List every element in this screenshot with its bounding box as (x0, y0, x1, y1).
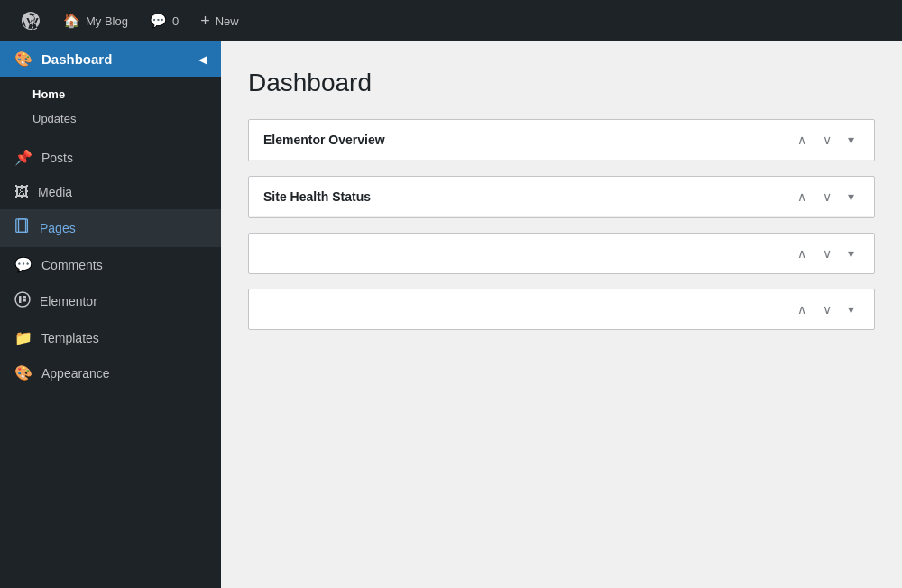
widget-site-health-controls: ∧ ∨ ▾ (792, 188, 860, 206)
widget-4-header: ∧ ∨ ▾ (249, 289, 874, 329)
sidebar-item-updates[interactable]: Updates (0, 106, 221, 131)
widget-site-health-up[interactable]: ∧ (792, 188, 812, 206)
comments-icon: 💬 (150, 13, 167, 29)
sidebar-templates-label: Templates (41, 331, 99, 345)
media-icon: 🖼 (14, 184, 29, 200)
pages-icon (14, 218, 31, 238)
site-name-button[interactable]: 🏠 My Blog (54, 0, 137, 41)
sidebar-item-dashboard[interactable]: 🎨 Dashboard ◀ (0, 41, 221, 77)
sidebar-item-elementor[interactable]: Elementor (0, 282, 221, 320)
sidebar-dashboard-label: Dashboard (41, 51, 112, 67)
main-layout: 🎨 Dashboard ◀ Home Updates 📌 Posts 🖼 Med… (0, 41, 902, 588)
new-content-button[interactable]: + New (191, 0, 248, 41)
sidebar-collapse-arrow: ◀ (198, 53, 207, 66)
site-name-label: My Blog (86, 14, 128, 28)
plus-icon: + (200, 12, 210, 31)
widget-3-up[interactable]: ∧ (792, 244, 812, 262)
widget-4: ∧ ∨ ▾ (248, 289, 875, 330)
comments-button[interactable]: 💬 0 (141, 0, 188, 41)
widget-elementor-overview-header: Elementor Overview ∧ ∨ ▾ (249, 120, 874, 161)
dashboard-icon: 🎨 (14, 51, 32, 68)
sidebar-posts-label: Posts (41, 151, 73, 165)
sidebar-elementor-label: Elementor (40, 294, 97, 308)
comments-count: 0 (172, 14, 179, 28)
sidebar-item-comments[interactable]: 💬 Comments (0, 247, 221, 282)
sidebar-item-appearance[interactable]: 🎨 Appearance (0, 355, 221, 390)
templates-icon: 📁 (14, 329, 32, 346)
widget-site-health-header: Site Health Status ∧ ∨ ▾ (249, 177, 874, 217)
widget-3-down[interactable]: ∨ (817, 244, 837, 262)
sidebar-comments-label: Comments (41, 258, 103, 272)
widget-4-down[interactable]: ∨ (817, 300, 837, 318)
widget-dropdown-button[interactable]: ▾ (842, 131, 860, 149)
sidebar-item-templates[interactable]: 📁 Templates (0, 320, 221, 355)
sidebar: 🎨 Dashboard ◀ Home Updates 📌 Posts 🖼 Med… (0, 41, 221, 588)
sidebar-item-pages[interactable]: Pages (0, 209, 221, 247)
sidebar-pages-wrapper: Pages All Pages Add New (0, 209, 221, 247)
widget-3-controls: ∧ ∨ ▾ (792, 244, 860, 262)
widget-4-up[interactable]: ∧ (792, 300, 812, 318)
sidebar-dashboard-submenu: Home Updates (0, 77, 221, 140)
widget-3-dropdown[interactable]: ▾ (842, 244, 860, 262)
widget-elementor-overview: Elementor Overview ∧ ∨ ▾ (248, 119, 875, 161)
widget-site-health-title: Site Health Status (263, 189, 792, 204)
svg-rect-4 (23, 296, 26, 299)
content-area: Dashboard Elementor Overview ∧ ∨ ▾ Site … (221, 41, 902, 588)
posts-icon: 📌 (14, 149, 32, 166)
widget-site-health-status: Site Health Status ∧ ∨ ▾ (248, 176, 875, 218)
elementor-icon (14, 291, 31, 311)
comments-nav-icon: 💬 (14, 256, 32, 273)
home-icon: 🏠 (63, 13, 80, 29)
svg-rect-2 (15, 292, 30, 307)
sidebar-item-home[interactable]: Home (0, 82, 221, 106)
svg-rect-0 (16, 219, 26, 232)
widget-up-button[interactable]: ∧ (792, 131, 812, 149)
widget-elementor-overview-title: Elementor Overview (263, 133, 792, 147)
widget-3: ∧ ∨ ▾ (248, 233, 875, 274)
widget-site-health-down[interactable]: ∨ (817, 188, 837, 206)
widget-4-controls: ∧ ∨ ▾ (792, 300, 860, 318)
widget-3-header: ∧ ∨ ▾ (249, 234, 874, 273)
appearance-icon: 🎨 (14, 364, 32, 381)
wp-logo-button[interactable] (11, 0, 51, 41)
svg-rect-3 (19, 296, 22, 303)
widget-down-button[interactable]: ∨ (817, 131, 837, 149)
sidebar-pages-label: Pages (40, 221, 76, 235)
widget-site-health-dropdown[interactable]: ▾ (842, 188, 860, 206)
sidebar-item-media[interactable]: 🖼 Media (0, 175, 221, 209)
wp-logo-icon (20, 10, 41, 32)
admin-bar: 🏠 My Blog 💬 0 + New (0, 0, 902, 41)
sidebar-media-label: Media (38, 185, 72, 199)
page-title: Dashboard (248, 69, 875, 97)
new-label: New (216, 14, 239, 28)
widget-4-dropdown[interactable]: ▾ (842, 300, 860, 318)
sidebar-item-posts[interactable]: 📌 Posts (0, 140, 221, 175)
widget-elementor-overview-controls: ∧ ∨ ▾ (792, 131, 860, 149)
sidebar-appearance-label: Appearance (41, 366, 110, 381)
svg-rect-5 (23, 299, 26, 302)
